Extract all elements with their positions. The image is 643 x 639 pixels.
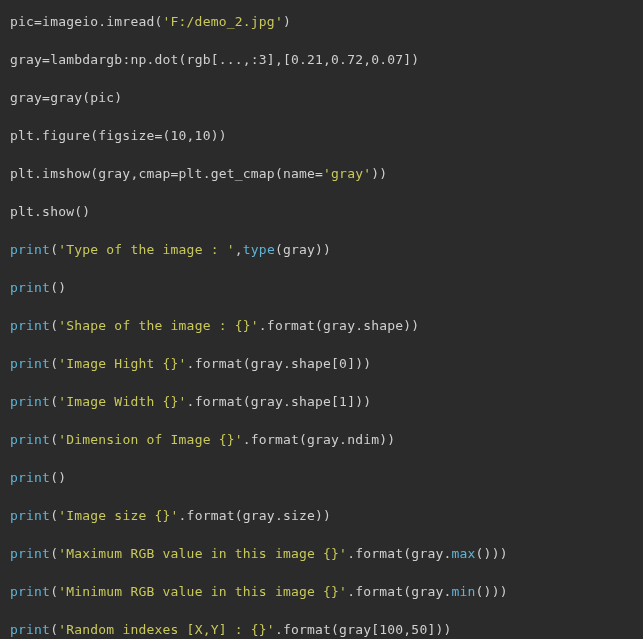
code-token: .format(gray.shape[1])) — [187, 394, 372, 409]
code-token: () — [50, 280, 66, 295]
code-token: gray= — [10, 52, 50, 67]
code-token: ( — [50, 432, 58, 447]
code-token: .format(gray. — [347, 584, 451, 599]
code-token: ())) — [476, 546, 508, 561]
code-token: 'Dimension of Image {}' — [58, 432, 243, 447]
code-token: ( — [50, 546, 58, 561]
code-token: min — [452, 584, 476, 599]
code-token: , — [235, 242, 243, 257]
code-line: print('Shape of the image : {}'.format(g… — [10, 318, 419, 333]
code-line: print() — [10, 280, 66, 295]
code-token: print — [10, 280, 50, 295]
code-token: max — [452, 546, 476, 561]
code-token: plt.show() — [10, 204, 90, 219]
code-line: gray=lambdargb:np.dot(rgb[...,:3],[0.21,… — [10, 52, 419, 67]
code-token: type — [243, 242, 275, 257]
code-line: pic=imageio.imread('F:/demo_2.jpg') — [10, 14, 291, 29]
code-token: ())) — [476, 584, 508, 599]
code-token: .format(gray.shape[0])) — [187, 356, 372, 371]
code-token: 'Random indexes [X,Y] : {}' — [58, 622, 275, 637]
code-token: .format(gray.ndim)) — [243, 432, 396, 447]
code-token: print — [10, 432, 50, 447]
code-token: print — [10, 470, 50, 485]
code-token: 'Minimum RGB value in this image {}' — [58, 584, 347, 599]
code-line: print('Image Width {}'.format(gray.shape… — [10, 394, 371, 409]
code-token: 'Type of the image : ' — [58, 242, 235, 257]
code-token: gray=gray(pic) — [10, 90, 122, 105]
code-token: ( — [50, 318, 58, 333]
code-token: plt.figure(figsize=(10,10)) — [10, 128, 227, 143]
code-token: ( — [50, 394, 58, 409]
code-token: ( — [50, 242, 58, 257]
code-block: pic=imageio.imread('F:/demo_2.jpg') gray… — [0, 0, 643, 639]
code-token: () — [50, 470, 66, 485]
code-token: )) — [371, 166, 387, 181]
code-token: ( — [50, 622, 58, 637]
code-token: 'Image Width {}' — [58, 394, 186, 409]
code-line: print('Type of the image : ',type(gray)) — [10, 242, 331, 257]
code-token: (gray)) — [275, 242, 331, 257]
code-token: pic=imageio.imread( — [10, 14, 163, 29]
code-token: 'Shape of the image : {}' — [58, 318, 259, 333]
code-token: print — [10, 394, 50, 409]
code-token: print — [10, 622, 50, 637]
code-token: print — [10, 584, 50, 599]
code-token: print — [10, 318, 50, 333]
code-token: print — [10, 546, 50, 561]
code-token: 'gray' — [323, 166, 371, 181]
code-line: plt.figure(figsize=(10,10)) — [10, 128, 227, 143]
code-token: 'Maximum RGB value in this image {}' — [58, 546, 347, 561]
code-token: lambda — [50, 52, 98, 67]
code-line: print('Random indexes [X,Y] : {}'.format… — [10, 622, 452, 637]
code-token: ( — [50, 584, 58, 599]
code-token: ) — [283, 14, 291, 29]
code-line: print('Dimension of Image {}'.format(gra… — [10, 432, 395, 447]
code-line: plt.show() — [10, 204, 90, 219]
code-token: .format(gray[100,50])) — [275, 622, 452, 637]
code-token: print — [10, 356, 50, 371]
code-token: 'Image Hight {}' — [58, 356, 186, 371]
code-line: print() — [10, 470, 66, 485]
code-token: print — [10, 508, 50, 523]
code-line: print('Minimum RGB value in this image {… — [10, 584, 508, 599]
code-token: 'Image size {}' — [58, 508, 178, 523]
code-line: plt.imshow(gray,cmap=plt.get_cmap(name='… — [10, 166, 387, 181]
code-token: rgb:np.dot(rgb[...,:3],[0.21,0.72,0.07]) — [98, 52, 419, 67]
code-token: .format(gray.size)) — [179, 508, 332, 523]
code-line: print('Maximum RGB value in this image {… — [10, 546, 508, 561]
code-token: plt.imshow(gray,cmap=plt.get_cmap(name= — [10, 166, 323, 181]
code-token: ( — [50, 356, 58, 371]
code-line: gray=gray(pic) — [10, 90, 122, 105]
code-token: .format(gray.shape)) — [259, 318, 420, 333]
code-line: print('Image size {}'.format(gray.size)) — [10, 508, 331, 523]
code-token: .format(gray. — [347, 546, 451, 561]
code-token: print — [10, 242, 50, 257]
code-token: 'F:/demo_2.jpg' — [163, 14, 283, 29]
code-line: print('Image Hight {}'.format(gray.shape… — [10, 356, 371, 371]
code-token: ( — [50, 508, 58, 523]
